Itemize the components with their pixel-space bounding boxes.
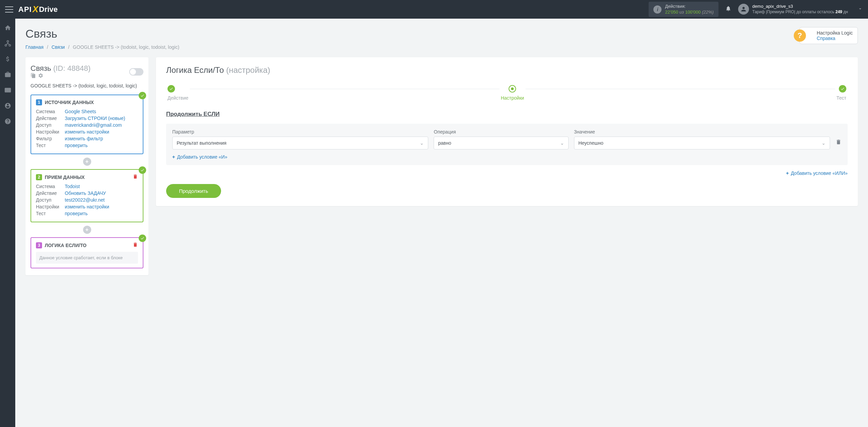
breadcrumb-home[interactable]: Главная xyxy=(25,44,43,50)
source-filter[interactable]: изменить фильтр xyxy=(65,136,103,141)
plus-icon: + xyxy=(786,170,789,176)
logo-x: X xyxy=(33,4,38,15)
help-title: Настройка Logic xyxy=(817,30,853,36)
block-source[interactable]: 1 ИСТОЧНИК ДАННЫХ СистемаGoogle Sheets Д… xyxy=(31,95,143,154)
actions-values: 22'050 из 100'000 (22%) xyxy=(665,9,713,15)
logo[interactable]: API X Drive xyxy=(18,4,58,15)
sidebar-user[interactable] xyxy=(4,102,12,110)
avatar-icon xyxy=(738,4,749,15)
block-destination[interactable]: 2 ПРИЕМ ДАННЫХ СистемаTodoist ДействиеОб… xyxy=(31,169,143,222)
right-panel: Логика Если/То (настройка) Действие Наст… xyxy=(156,57,858,206)
block-title: ПРИЕМ ДАННЫХ xyxy=(45,175,85,180)
continue-button[interactable]: Продолжить xyxy=(166,184,221,198)
user-menu[interactable]: demo_apix_drive_s3 Тариф |Премиум PRO| д… xyxy=(738,4,863,15)
actions-label: Действия: xyxy=(665,4,713,9)
val-select[interactable]: Неуспешно ⌄ xyxy=(574,137,830,149)
dest-access[interactable]: test20022@ukr.net xyxy=(65,197,105,203)
step-action[interactable]: Действие xyxy=(166,85,190,101)
menu-button[interactable] xyxy=(5,6,13,13)
condition-box: Параметр Результат выполнения ⌄ Операция… xyxy=(166,124,848,165)
block-logic[interactable]: 3 ЛОГИКА ЕСЛИ/ТО Данное условие сработае… xyxy=(31,237,143,268)
sidebar-video[interactable] xyxy=(4,86,12,94)
block-num: 1 xyxy=(36,99,42,105)
breadcrumb: Главная / Связи / GOOGLE SHEETS -> (todo… xyxy=(25,44,179,50)
step-test[interactable]: Тест xyxy=(835,85,848,101)
user-tariff: Тариф |Премиум PRO| до оплаты осталось 2… xyxy=(752,9,848,15)
delete-condition-icon[interactable] xyxy=(835,139,842,149)
delete-icon[interactable] xyxy=(133,242,138,248)
page-title: Связь xyxy=(25,27,179,40)
sidebar-billing[interactable] xyxy=(4,55,12,63)
block-title: ИСТОЧНИК ДАННЫХ xyxy=(45,100,94,105)
dest-settings[interactable]: изменить настройки xyxy=(65,204,109,209)
link-toggle[interactable] xyxy=(129,68,143,76)
help-link[interactable]: Справка xyxy=(817,36,853,41)
add-and-link[interactable]: + Добавить условие «И» xyxy=(172,154,227,160)
block-title: ЛОГИКА ЕСЛИ/ТО xyxy=(45,243,86,248)
source-action[interactable]: Загрузить СТРОКИ (новые) xyxy=(65,116,125,121)
step-settings[interactable]: Настройки xyxy=(499,85,526,101)
chevron-down-icon: ⌄ xyxy=(420,140,424,146)
plus-icon: + xyxy=(172,154,175,160)
source-test[interactable]: проверить xyxy=(65,143,88,148)
op-label: Операция xyxy=(434,129,569,135)
bell-icon[interactable] xyxy=(725,5,731,13)
sidebar xyxy=(0,19,15,284)
sidebar-home[interactable] xyxy=(4,24,12,32)
help-box: ? Настройка Logic Справка xyxy=(800,27,858,44)
add-or-link[interactable]: + Добавить условие «ИЛИ» xyxy=(166,170,848,176)
dest-test[interactable]: проверить xyxy=(65,211,88,216)
source-settings[interactable]: изменить настройки xyxy=(65,129,109,135)
actions-counter[interactable]: i Действия: 22'050 из 100'000 (22%) xyxy=(649,2,718,17)
link-subtitle: GOOGLE SHEETS -> (todoist, logic, todois… xyxy=(31,83,143,88)
copy-icon[interactable] xyxy=(31,73,36,80)
dest-action[interactable]: Обновить ЗАДАЧУ xyxy=(65,190,106,196)
rp-title: Логика Если/То (настройка) xyxy=(166,65,848,75)
add-node-button[interactable]: + xyxy=(83,158,91,166)
help-bubble-icon: ? xyxy=(794,29,806,42)
add-node-button[interactable]: + xyxy=(83,226,91,234)
sidebar-briefcase[interactable] xyxy=(4,70,12,79)
check-icon xyxy=(139,92,146,99)
chevron-down-icon xyxy=(857,6,863,13)
param-label: Параметр xyxy=(172,129,428,135)
param-select[interactable]: Результат выполнения ⌄ xyxy=(172,137,428,149)
gear-icon[interactable] xyxy=(38,73,43,80)
logo-api: API xyxy=(18,5,32,14)
sidebar-help[interactable] xyxy=(4,117,12,125)
source-access[interactable]: maverickandrii@gmail.com xyxy=(65,122,122,128)
check-icon xyxy=(139,235,146,242)
block-note: Данное условие сработает, если в блоке xyxy=(36,252,138,264)
val-label: Значение xyxy=(574,129,830,135)
chevron-down-icon: ⌄ xyxy=(560,140,564,146)
block-num: 2 xyxy=(36,174,42,180)
block-num: 3 xyxy=(36,242,42,248)
check-icon xyxy=(139,166,146,174)
info-icon: i xyxy=(653,5,662,14)
user-name: demo_apix_drive_s3 xyxy=(752,4,848,9)
main-content: Связь Главная / Связи / GOOGLE SHEETS ->… xyxy=(15,19,868,284)
sidebar-connections[interactable] xyxy=(4,39,12,47)
dest-system[interactable]: Todoist xyxy=(65,184,80,189)
section-continue-if: Продолжить ЕСЛИ xyxy=(166,111,848,118)
chevron-down-icon: ⌄ xyxy=(822,140,826,146)
op-select[interactable]: равно ⌄ xyxy=(434,137,569,149)
top-header: API X Drive i Действия: 22'050 из 100'00… xyxy=(0,0,868,19)
logo-drive: Drive xyxy=(39,5,58,14)
delete-icon[interactable] xyxy=(133,174,138,180)
breadcrumb-links[interactable]: Связи xyxy=(52,44,65,50)
left-panel: Связь (ID: 48848) GOOGLE SHEE xyxy=(25,57,149,275)
stepper: Действие Настройки Тест xyxy=(166,85,848,101)
link-title: Связь (ID: 48848) xyxy=(31,64,91,80)
source-system[interactable]: Google Sheets xyxy=(65,109,96,114)
breadcrumb-current: GOOGLE SHEETS -> (todoist, logic, todois… xyxy=(73,44,179,50)
